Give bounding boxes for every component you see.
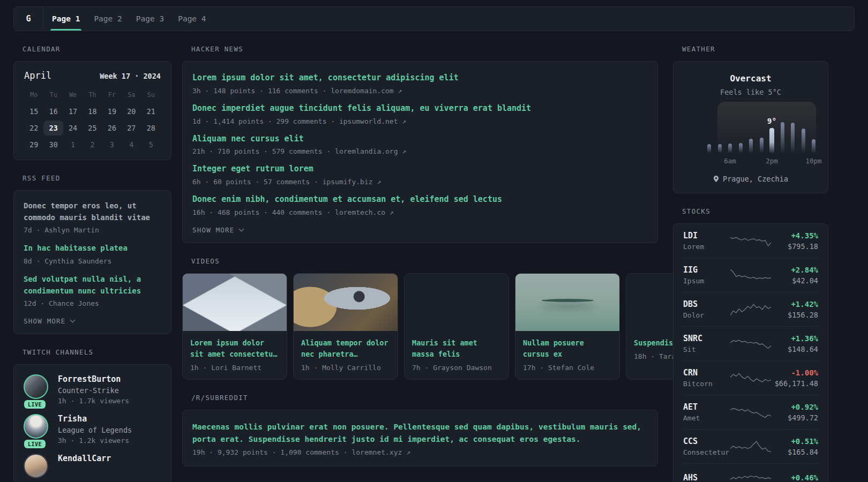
subreddit-post-title[interactable]: Maecenas mollis pulvinar erat non posuer… <box>192 421 648 446</box>
hn-domain-link[interactable]: loremdomain.com ↗ <box>331 87 402 95</box>
twitch-channel-info: KendallCarr <box>58 454 111 478</box>
show-more-label: SHOW MORE <box>192 226 235 234</box>
widget-title-calendar: CALENDAR <box>23 45 171 53</box>
video-body: Suspendisse diam 18h · Tara <box>626 331 673 368</box>
stock-id: AET Amet <box>683 402 728 422</box>
hn-domain-link[interactable]: loremlandia.org ↗ <box>335 147 406 155</box>
hn-item-title[interactable]: Donec imperdiet augue tincidunt felis al… <box>192 103 648 115</box>
show-more-label: SHOW MORE <box>24 317 66 325</box>
calendar-month: April <box>24 70 51 81</box>
twitch-channel-game: League of Legends <box>58 426 132 434</box>
rss-item-title[interactable]: In hac habitasse platea <box>24 243 161 254</box>
video-meta: 1h · Molly Carrillo <box>301 364 390 372</box>
hn-show-more-button[interactable]: SHOW MORE <box>192 226 243 234</box>
video-body: Mauris sit amet massa felis 7h · Grayson… <box>405 331 508 379</box>
hn-domain-link[interactable]: loremtech.co ↗ <box>335 208 394 216</box>
weather-time-label: 2pm <box>766 157 778 165</box>
video-card[interactable]: Lorem ipsum dolor sit amet consectetu… 1… <box>182 273 287 380</box>
calendar-widget: CALENDAR April Week 17 · 2024 MoTuWeThFr… <box>13 45 171 160</box>
weather-bars: 6am9°2pm10pm <box>707 121 816 153</box>
stock-row[interactable]: LDI Lorem +4.35% $795.18 <box>683 224 818 258</box>
videos-widget: VIDEOS Lorem ipsum dolor sit amet consec… <box>182 257 658 380</box>
main-column: HACKER NEWS Lorem ipsum dolor sit amet, … <box>182 45 658 466</box>
stock-name: Sit <box>683 345 728 353</box>
hn-item: Lorem ipsum dolor sit amet, consectetur … <box>192 72 648 95</box>
header-tab[interactable]: Page 3 <box>136 7 164 31</box>
hackernews-card: Lorem ipsum dolor sit amet, consectetur … <box>182 61 658 243</box>
stock-row[interactable]: AHS +0.46% <box>683 463 818 482</box>
twitch-channel[interactable]: LIVE KendallCarr <box>24 454 161 478</box>
hn-domain-link[interactable]: ipsumworld.net ↗ <box>339 117 406 125</box>
weather-bar <box>759 138 764 153</box>
avatar-wrap: LIVE <box>24 454 49 478</box>
stock-sparkline <box>728 302 773 318</box>
stock-id: CRN Bitcorn <box>683 368 728 388</box>
hn-item-title[interactable]: Aliquam nec cursus elit <box>192 133 648 145</box>
stock-row[interactable]: CRN Bitcorn -1.00% $66,171.48 <box>683 360 818 395</box>
avatar-wrap: LIVE <box>24 414 49 445</box>
hn-item: Aliquam nec cursus elit 21h · 710 points… <box>192 133 648 156</box>
dashboard-page: G Page 1 Page 2 Page 3 Page 4 CALENDAR A… <box>0 0 868 482</box>
hn-item-meta: 21h · 710 points · 579 comments · loreml… <box>192 147 648 155</box>
twitch-channel-name: ForrestBurton <box>58 374 129 384</box>
video-meta: 18h · Tara <box>634 352 673 360</box>
stock-row[interactable]: SNRC Sit +1.36% $148.64 <box>683 326 818 360</box>
video-card[interactable]: Nullam posuere cursus ex 17h · Stefan Co… <box>515 273 620 380</box>
video-thumbnail <box>405 274 508 331</box>
subreddit-post: Maecenas mollis pulvinar erat non posuer… <box>192 421 648 456</box>
stock-sparkline <box>728 471 773 482</box>
stock-values: +0.46% <box>773 473 818 482</box>
stock-values: +0.51% $165.84 <box>773 437 818 456</box>
stock-id: SNRC Sit <box>683 334 728 353</box>
stock-sparkline <box>728 336 773 352</box>
hn-item-meta: 3h · 148 points · 116 comments · loremdo… <box>192 87 648 95</box>
header-tab[interactable]: Page 4 <box>178 7 206 31</box>
rss-card: Donec tempor eros leo, ut commodo mauris… <box>13 190 171 334</box>
twitch-channel[interactable]: LIVE Trisha League of Legends 3h · 1.2k … <box>24 414 161 445</box>
avatar-wrap: LIVE <box>24 374 49 405</box>
avatar <box>24 374 48 399</box>
weather-bar: 9°2pm <box>769 128 774 153</box>
stock-row[interactable]: AET Amet +0.92% $499.72 <box>683 395 818 429</box>
stock-price: $42.04 <box>773 276 818 285</box>
rss-show-more-button[interactable]: SHOW MORE <box>24 317 74 325</box>
rss-item-title[interactable]: Sed volutpat nulla nisl, a condimentum n… <box>24 274 161 297</box>
stock-row[interactable]: DBS Dolor +1.42% $156.28 <box>683 292 818 326</box>
stock-ticker: IIG <box>683 265 728 275</box>
hn-item-meta: 6h · 60 points · 57 comments · ipsumify.… <box>192 178 648 186</box>
hn-item-title[interactable]: Lorem ipsum dolor sit amet, consectetur … <box>192 72 648 84</box>
stock-row[interactable]: IIG Ipsum +2.84% $42.04 <box>683 258 818 292</box>
stock-name: Ipsum <box>683 277 728 285</box>
subreddit-meta-text: 19h · 9,932 points · 1,090 comments · <box>192 448 351 456</box>
twitch-channel-name: KendallCarr <box>58 454 111 463</box>
video-card[interactable]: Aliquam tempor dolor nec pharetra… 1h · … <box>293 273 398 380</box>
stock-price: $499.72 <box>773 413 818 422</box>
hn-meta-text: 1d · 1,414 points · 299 comments · <box>192 117 339 125</box>
widget-title-twitch: TWITCH CHANNELS <box>23 348 171 356</box>
twitch-channel[interactable]: LIVE ForrestBurton Counter-Strike 1h · 1… <box>24 374 161 405</box>
calendar-day: 15 <box>24 104 43 119</box>
stock-row[interactable]: CCS Consectetur +0.51% $165.84 <box>683 429 818 463</box>
calendar-day-header: Mo <box>24 87 43 102</box>
rss-item-title[interactable]: Donec tempor eros leo, ut commodo mauris… <box>24 200 161 223</box>
stock-sparkline <box>728 370 773 386</box>
header-tab[interactable]: Page 1 <box>52 7 80 31</box>
hn-item: Integer eget rutrum lorem 6h · 60 points… <box>192 163 648 186</box>
header-tab[interactable]: Page 2 <box>94 7 122 31</box>
video-meta: 7h · Grayson Dawson <box>412 364 501 372</box>
video-card[interactable]: Mauris sit amet massa felis 7h · Grayson… <box>404 273 509 380</box>
video-card[interactable]: Suspendisse diam 18h · Tara <box>626 273 673 380</box>
subreddit-domain-link[interactable]: loremnet.xyz ↗ <box>351 448 410 456</box>
video-row: Lorem ipsum dolor sit amet consectetu… 1… <box>182 273 673 380</box>
hn-meta-text: 3h · 148 points · 116 comments · <box>192 87 331 95</box>
hn-item-title[interactable]: Donec enim nibh, condimentum et accumsan… <box>192 194 648 206</box>
calendar-day: 21 <box>141 104 161 119</box>
hn-domain-link[interactable]: ipsumify.biz ↗ <box>323 178 381 186</box>
stock-change: +1.36% <box>773 334 818 343</box>
stock-values: +1.36% $148.64 <box>773 334 818 353</box>
app-logo: G <box>14 7 43 31</box>
hn-item-title[interactable]: Integer eget rutrum lorem <box>192 163 648 175</box>
stock-name: Lorem <box>683 243 728 251</box>
stock-sparkline <box>728 233 773 249</box>
calendar-header: April Week 17 · 2024 <box>24 70 161 81</box>
